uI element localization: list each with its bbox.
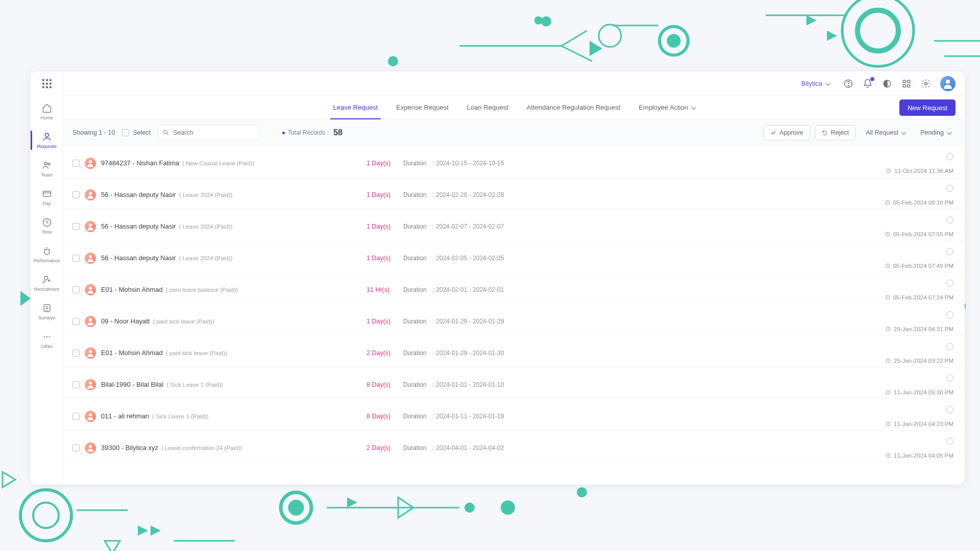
svg-point-0 [659, 27, 688, 55]
sidebar-item-team[interactable]: Team [33, 155, 61, 183]
home-icon [42, 103, 52, 113]
clock-icon [885, 421, 891, 427]
team-icon [42, 160, 52, 170]
request-row[interactable]: E01 - Mohsin Ahmad( zero leave balance (… [63, 272, 965, 304]
filter-label: Pending [920, 129, 944, 136]
settings-icon[interactable] [921, 79, 931, 89]
request-row[interactable]: 011 - ali rehman( Sick Leave 1 (Paid))8 … [63, 399, 965, 431]
clock-icon [885, 358, 891, 364]
tab-loan-request[interactable]: Loan Request [458, 96, 518, 119]
timestamp: 29-Jan-2024 04:31 PM [885, 326, 953, 332]
status-indicator[interactable] [946, 311, 953, 318]
row-checkbox[interactable] [72, 318, 80, 325]
status-indicator[interactable] [946, 280, 953, 287]
request-row[interactable]: 56 - Hassan deputy Nasir( Leave 2024 (Pa… [63, 178, 965, 209]
status-indicator[interactable] [946, 406, 953, 413]
select-all[interactable]: Select [122, 129, 151, 136]
row-checkbox[interactable] [72, 160, 80, 167]
new-request-button[interactable]: New Request [899, 99, 955, 116]
request-row[interactable]: 97484237 - Nishan Fatima( New Casual Lea… [63, 146, 965, 178]
duration-label: Duration [403, 349, 426, 357]
tab-expense-request[interactable]: Expense Request [387, 96, 458, 119]
duration-label: Duration [403, 444, 426, 452]
employee-name: E01 - Mohsin Ahmad [101, 286, 163, 293]
app-window: Home Requests Team Pay Time Performance … [31, 71, 965, 485]
status-indicator[interactable] [946, 374, 953, 382]
avatar [85, 411, 96, 422]
sidebar-item-surveys[interactable]: Surveys [33, 298, 61, 325]
duration-label: Duration [403, 191, 426, 198]
apps-icon[interactable] [901, 79, 912, 89]
status-indicator[interactable] [946, 216, 953, 223]
approve-button[interactable]: Approve [764, 125, 810, 140]
svg-point-5 [541, 16, 551, 27]
duration-label: Duration [403, 381, 426, 388]
notifications-icon[interactable] [863, 79, 873, 89]
row-checkbox[interactable] [72, 223, 80, 230]
row-checkbox[interactable] [72, 413, 80, 420]
main-area: Bilytica Leave Request Expense Request L… [63, 71, 965, 485]
row-checkbox[interactable] [72, 255, 80, 262]
request-row[interactable]: 39300 - Bilytica xyz( Leave confirmation… [63, 431, 965, 462]
sidebar-item-requests[interactable]: Requests [33, 127, 61, 154]
search-input[interactable] [158, 125, 260, 140]
request-row[interactable]: E01 - Mohsin Ahmad( paid sick leave (Pai… [63, 336, 965, 367]
employee-name: Bilal-1990 - Bilal Bilal [101, 381, 163, 388]
filter-all-request[interactable]: All Request [861, 125, 910, 140]
leave-type: ( Sick Leave 1 (Paid)) [152, 413, 209, 419]
request-row[interactable]: 56 - Hassan deputy Nasir( Leave 2024 (Pa… [63, 241, 965, 272]
filter-pending[interactable]: Pending [915, 125, 955, 140]
svg-point-59 [89, 350, 92, 353]
sidebar-label: Team [41, 172, 52, 178]
help-icon[interactable] [843, 79, 853, 89]
request-row[interactable]: Bilal-1990 - Bilal Bilal( Sick Leave 1 (… [63, 367, 965, 399]
tab-leave-request[interactable]: Leave Request [324, 96, 387, 119]
sidebar-item-performance[interactable]: Performance [33, 241, 61, 268]
theme-icon[interactable] [882, 79, 892, 89]
sidebar-item-time[interactable]: Time [33, 212, 61, 240]
filter-label: All Request [866, 129, 898, 136]
request-row[interactable]: 56 - Hassan deputy Nasir( Leave 2024 (Pa… [63, 209, 965, 241]
status-indicator[interactable] [946, 153, 953, 160]
status-indicator[interactable] [946, 248, 953, 255]
sidebar-label: Time [42, 229, 52, 235]
sidebar-item-home[interactable]: Home [33, 98, 61, 126]
timestamp-text: 29-Jan-2024 04:31 PM [894, 326, 953, 332]
sidebar-item-other[interactable]: Other [33, 327, 61, 354]
org-switcher[interactable]: Bilytica [801, 80, 829, 87]
status-indicator[interactable] [946, 185, 953, 192]
avatar [85, 347, 96, 359]
sidebar-item-recruitment[interactable]: Recruitment [33, 269, 61, 297]
request-row[interactable]: 09 - Noor Hayatt( paid sick leave (Paid)… [63, 304, 965, 336]
svg-point-8 [857, 10, 898, 51]
timestamp-text: 11-Jan-2024 04:23 PM [894, 421, 953, 427]
svg-rect-29 [43, 191, 51, 196]
svg-point-17 [577, 487, 587, 497]
duration-days: 2 Day(s) [366, 349, 397, 357]
date-range: : 2024-02-07 - 2024-02-07 [432, 223, 504, 230]
row-checkbox[interactable] [72, 191, 80, 198]
reject-button[interactable]: Reject [815, 125, 855, 140]
leave-type: ( Sick Leave 1 (Paid)) [166, 382, 223, 388]
svg-point-1 [668, 35, 680, 47]
sidebar-item-pay[interactable]: Pay [33, 184, 61, 211]
apps-grid-icon[interactable] [41, 78, 53, 90]
employee-name: 56 - Hassan deputy Nasir [101, 222, 176, 230]
row-checkbox[interactable] [72, 444, 80, 452]
svg-point-31 [44, 249, 50, 255]
tab-attendance-request[interactable]: Attendance Regulation Request [518, 96, 630, 119]
svg-marker-25 [20, 291, 31, 306]
status-indicator[interactable] [946, 343, 953, 350]
date-range: : 2024-01-29 - 2024-01-29 [432, 318, 504, 325]
total-value: 58 [333, 128, 342, 137]
leave-type: ( paid sick leave (Paid)) [166, 350, 227, 356]
tab-employee-action[interactable]: Employee Action [629, 96, 704, 119]
user-avatar[interactable] [940, 76, 955, 91]
row-checkbox[interactable] [72, 381, 80, 388]
showing-text: Showing 1 - 10 [72, 129, 115, 136]
status-indicator[interactable] [946, 438, 953, 445]
timestamp: 05-Feb-2024 07:49 PM [885, 263, 953, 269]
svg-point-45 [946, 80, 950, 84]
row-checkbox[interactable] [72, 286, 80, 293]
row-checkbox[interactable] [72, 349, 80, 357]
